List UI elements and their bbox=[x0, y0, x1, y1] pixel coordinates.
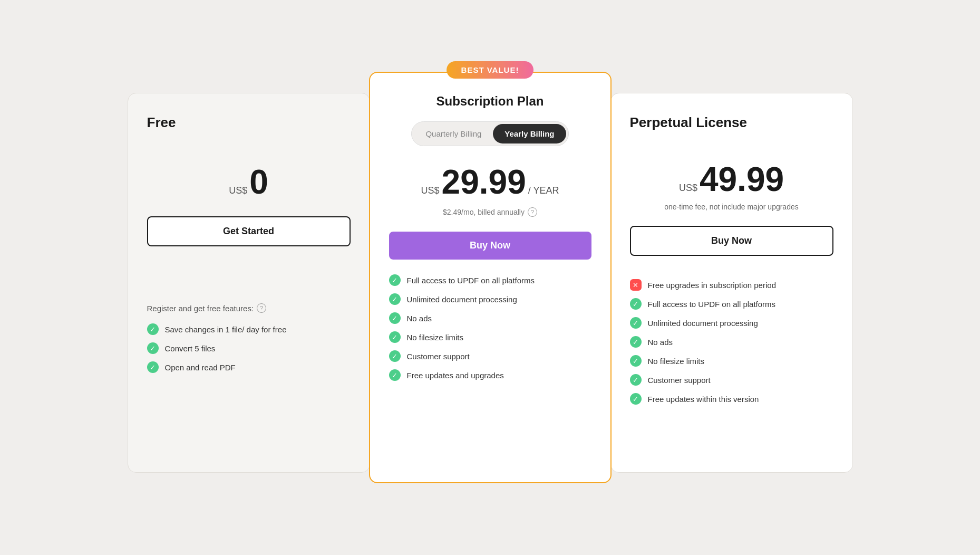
free-feature-2: ✓ Convert 5 files bbox=[147, 342, 351, 354]
sub-feature-4: ✓ No filesize limits bbox=[389, 331, 591, 343]
check-icon: ✓ bbox=[630, 374, 642, 386]
perpetual-fee-note: one-time fee, not include major upgrades bbox=[630, 203, 833, 211]
free-features-list: ✓ Save changes in 1 file/ day for free ✓… bbox=[147, 323, 351, 373]
cross-icon: ✕ bbox=[630, 279, 642, 291]
perp-feature-1: ✕ Free upgrades in subscription period bbox=[630, 279, 833, 291]
sub-feature-6: ✓ Free updates and upgrades bbox=[389, 369, 591, 381]
perpetual-price: 49.99 bbox=[700, 162, 784, 196]
check-icon: ✓ bbox=[389, 312, 401, 324]
register-note: Register and get free features: ? bbox=[147, 303, 351, 313]
yearly-billing-button[interactable]: Yearly Billing bbox=[493, 124, 566, 143]
subscription-period: / YEAR bbox=[528, 185, 559, 196]
perp-feature-7: ✓ Free updates within this version bbox=[630, 393, 833, 405]
subscription-plan-title: Subscription Plan bbox=[389, 94, 591, 109]
best-value-badge: BEST VALUE! bbox=[447, 61, 534, 79]
check-icon: ✓ bbox=[630, 393, 642, 405]
perp-feature-5: ✓ No filesize limits bbox=[630, 355, 833, 367]
perpetual-buy-button[interactable]: Buy Now bbox=[630, 226, 833, 256]
subscription-subtext: $2.49/mo, billed annually ? bbox=[389, 207, 591, 217]
check-icon: ✓ bbox=[147, 361, 159, 373]
free-plan-title: Free bbox=[147, 114, 351, 131]
perp-feature-3: ✓ Unlimited document processing bbox=[630, 317, 833, 329]
check-icon: ✓ bbox=[630, 355, 642, 367]
subscription-features-list: ✓ Full access to UPDF on all platforms ✓… bbox=[389, 274, 591, 381]
check-icon: ✓ bbox=[630, 317, 642, 329]
sub-feature-1: ✓ Full access to UPDF on all platforms bbox=[389, 274, 591, 286]
free-price-area: US$ 0 bbox=[147, 162, 351, 202]
quarterly-billing-button[interactable]: Quarterly Billing bbox=[414, 124, 493, 143]
billing-toggle: Quarterly Billing Yearly Billing bbox=[411, 121, 568, 146]
subscription-question-icon[interactable]: ? bbox=[528, 207, 537, 217]
free-plan-card: Free US$ 0 Get Started Register and get … bbox=[128, 93, 370, 473]
subscription-price: 29.99 bbox=[442, 165, 526, 199]
check-icon: ✓ bbox=[147, 323, 159, 335]
check-icon: ✓ bbox=[630, 298, 642, 310]
perpetual-currency: US$ bbox=[679, 183, 697, 194]
check-icon: ✓ bbox=[147, 342, 159, 354]
subscription-price-area: US$ 29.99 / YEAR bbox=[389, 165, 591, 199]
check-icon: ✓ bbox=[389, 369, 401, 381]
free-currency: US$ bbox=[229, 185, 247, 196]
perpetual-price-area: US$ 49.99 bbox=[630, 162, 833, 196]
perp-feature-6: ✓ Customer support bbox=[630, 374, 833, 386]
check-icon: ✓ bbox=[630, 336, 642, 348]
check-icon: ✓ bbox=[389, 331, 401, 343]
subscription-plan-card: BEST VALUE! Subscription Plan Quarterly … bbox=[369, 72, 612, 483]
check-icon: ✓ bbox=[389, 274, 401, 286]
perp-feature-4: ✓ No ads bbox=[630, 336, 833, 348]
sub-feature-2: ✓ Unlimited document processing bbox=[389, 293, 591, 305]
subscription-buy-button[interactable]: Buy Now bbox=[389, 232, 591, 260]
free-get-started-button[interactable]: Get Started bbox=[147, 216, 351, 246]
perpetual-plan-card: Perpetual License US$ 49.99 one-time fee… bbox=[610, 93, 853, 473]
free-feature-3: ✓ Open and read PDF bbox=[147, 361, 351, 373]
check-icon: ✓ bbox=[389, 350, 401, 362]
register-question-icon[interactable]: ? bbox=[257, 303, 266, 313]
sub-feature-3: ✓ No ads bbox=[389, 312, 591, 324]
perpetual-plan-title: Perpetual License bbox=[630, 114, 833, 131]
pricing-container: Free US$ 0 Get Started Register and get … bbox=[121, 72, 859, 483]
check-icon: ✓ bbox=[389, 293, 401, 305]
free-feature-1: ✓ Save changes in 1 file/ day for free bbox=[147, 323, 351, 335]
perpetual-features-list: ✕ Free upgrades in subscription period ✓… bbox=[630, 279, 833, 405]
free-price: 0 bbox=[249, 162, 268, 202]
subscription-currency: US$ bbox=[421, 185, 440, 196]
sub-feature-5: ✓ Customer support bbox=[389, 350, 591, 362]
perp-feature-2: ✓ Full access to UPDF on all platforms bbox=[630, 298, 833, 310]
